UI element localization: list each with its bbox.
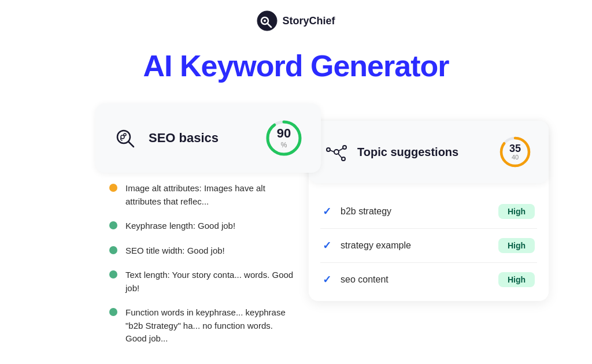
list-item-text: SEO title width: Good job! — [125, 244, 225, 258]
svg-point-10 — [334, 150, 339, 154]
dot-green — [109, 246, 117, 254]
keyword-row: ✓ seo content High — [320, 263, 537, 296]
svg-point-7 — [124, 133, 126, 136]
storychief-logo-icon — [257, 10, 278, 31]
keyword-row: ✓ b2b strategy High — [320, 195, 537, 229]
topic-score-circle: 35 40 — [497, 133, 534, 170]
seo-search-icon — [112, 124, 139, 152]
keyword-label: b2b strategy — [341, 206, 391, 217]
svg-line-5 — [128, 142, 134, 147]
check-icon: ✓ — [323, 205, 331, 218]
keyword-row-left: ✓ strategy example — [323, 239, 411, 252]
network-icon — [324, 139, 349, 165]
svg-line-16 — [338, 154, 342, 158]
keyword-row-left: ✓ b2b strategy — [323, 205, 391, 218]
keyword-badge-high: High — [498, 238, 535, 253]
list-item: SEO title width: Good job! — [109, 239, 295, 263]
topic-suggestions-title: Topic suggestions — [357, 146, 458, 159]
keyword-row: ✓ strategy example High — [320, 229, 537, 263]
keyword-label: strategy example — [341, 240, 411, 251]
page-title: AI Keyword Generator — [0, 49, 592, 83]
seo-list: Image alt attributes: Images have alt at… — [95, 172, 309, 358]
keyword-row-left: ✓ seo content — [323, 273, 388, 286]
seo-basics-card: SEO basics 90 % — [95, 103, 321, 173]
list-item-text: Keyphrase length: Good job! — [125, 220, 235, 233]
keyword-badge-high: High — [498, 272, 535, 287]
topic-card-left: Topic suggestions — [324, 139, 458, 165]
topic-suggestions-panel: Topic suggestions 35 40 ✓ b2b strategy — [309, 121, 549, 301]
seo-score-unit: % — [277, 141, 291, 149]
list-item-text: Function words in keyphrase... keyphrase… — [125, 306, 295, 346]
svg-point-11 — [327, 148, 330, 151]
list-item: Text length: Your story conta... words. … — [109, 263, 295, 300]
svg-point-12 — [343, 146, 346, 149]
keyword-badge-high: High — [498, 204, 535, 219]
check-icon: ✓ — [323, 239, 331, 252]
topic-score-num: 35 — [509, 143, 521, 154]
svg-point-2 — [264, 20, 266, 22]
dot-green — [109, 221, 117, 229]
check-icon: ✓ — [323, 273, 331, 286]
seo-card-left: SEO basics — [112, 124, 219, 152]
seo-score-number: 90 — [277, 127, 291, 140]
svg-line-14 — [330, 150, 334, 152]
svg-line-15 — [339, 148, 343, 151]
list-item-text: Text length: Your story conta... words. … — [125, 269, 295, 295]
list-item: Keyphrase length: Good job! — [109, 214, 295, 239]
topic-score-denom: 40 — [509, 154, 521, 161]
list-item-text: Image alt attributes: Images have alt at… — [125, 182, 295, 208]
svg-point-0 — [257, 11, 277, 31]
header: StoryChief — [0, 0, 592, 37]
page-title-container: AI Keyword Generator — [0, 37, 592, 103]
seo-basics-card-wrap: SEO basics 90 % — [95, 103, 309, 173]
dot-green — [109, 308, 117, 316]
svg-point-13 — [342, 157, 345, 161]
dot-orange — [109, 184, 117, 192]
list-item: Function words in keyphrase... keyphrase… — [109, 300, 295, 351]
logo-text: StoryChief — [282, 15, 335, 27]
seo-score-circle: 90 % — [263, 117, 305, 159]
seo-card-title: SEO basics — [149, 131, 219, 146]
keyword-label: seo content — [341, 274, 388, 285]
dot-green — [109, 270, 117, 278]
keyword-rows: ✓ b2b strategy High ✓ strategy example H… — [309, 195, 549, 296]
list-item: Image alt attributes: Images have alt at… — [109, 176, 295, 214]
topic-card-header: Topic suggestions 35 40 — [309, 121, 549, 183]
main-layout: SEO basics 90 % Image alt attributes: Im… — [0, 103, 592, 364]
